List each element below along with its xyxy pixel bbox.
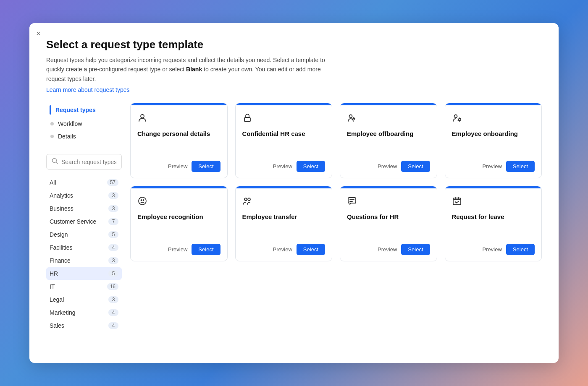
category-label: Analytics [50,192,73,199]
category-count: 4 [108,322,118,329]
category-item-legal[interactable]: Legal 3 [46,293,122,306]
card-body: Change personal details [131,105,227,157]
category-item-finance[interactable]: Finance 3 [46,254,122,267]
modal: × Select a request type template Request… [29,23,559,363]
card-body: Questions for HR [340,188,437,240]
preview-button[interactable]: Preview [378,163,397,170]
card-title: Employee recognition [137,213,220,235]
svg-point-4 [349,115,352,118]
category-count: 4 [108,244,118,251]
category-label: HR [50,270,58,277]
category-count: 5 [108,231,118,238]
card-title: Employee offboarding [347,130,430,151]
preview-button[interactable]: Preview [483,246,502,253]
cards-grid: Change personal details Preview Select C… [130,103,542,261]
card-body: Request for leave [445,188,542,240]
category-count: 7 [108,218,118,225]
preview-button[interactable]: Preview [273,163,292,170]
preview-button[interactable]: Preview [378,246,397,253]
category-label: Sales [50,322,64,329]
card-footer: Preview Select [340,240,437,261]
category-count: 3 [108,257,118,264]
nav-label: Details [58,133,76,140]
card-footer: Preview Select [131,240,227,261]
card-footer: Preview Select [340,157,437,178]
category-list: All 57 Analytics 3 Business 3 Customer S… [46,176,122,332]
person-arrow-out-icon [347,113,430,125]
card-body: Employee recognition [131,188,227,240]
card-employee-onboarding: Employee onboarding Preview Select [445,103,542,178]
category-item-design[interactable]: Design 5 [46,228,122,241]
svg-rect-15 [453,198,461,205]
card-body: Employee transfer [236,188,332,240]
svg-point-5 [454,115,457,118]
select-button[interactable]: Select [401,161,430,172]
svg-point-11 [248,198,250,201]
select-button[interactable]: Select [297,161,325,172]
svg-point-9 [143,200,144,201]
card-employee-recognition: Employee recognition Preview Select [130,186,228,261]
category-label: All [50,179,56,186]
calendar-check-icon [452,196,535,209]
card-title: Employee onboarding [452,130,535,151]
preview-button[interactable]: Preview [168,163,187,170]
select-button[interactable]: Select [506,161,535,172]
select-button[interactable]: Select [297,244,325,255]
category-item-facilities[interactable]: Facilities 4 [46,241,122,254]
nav-item-workflow[interactable]: Workflow [46,118,122,130]
category-label: Design [50,231,68,238]
svg-line-1 [56,162,58,164]
category-label: Marketing [50,309,75,316]
svg-rect-12 [348,198,356,203]
category-item-sales[interactable]: Sales 4 [46,319,122,332]
category-item-it[interactable]: IT 16 [46,280,122,293]
category-item-business[interactable]: Business 3 [46,202,122,215]
card-body: Employee onboarding [445,105,542,157]
preview-button[interactable]: Preview [273,246,292,253]
card-body: Confidential HR case [236,105,332,157]
category-count: 3 [108,296,118,303]
modal-title: Select a request type template [46,38,542,51]
category-count: 3 [108,205,118,212]
main-content: Change personal details Preview Select C… [130,103,542,332]
description-bold: Blank [186,66,202,73]
people-transfer-icon [242,196,326,209]
search-box[interactable] [46,154,122,170]
card-footer: Preview Select [236,240,332,261]
category-item-analytics[interactable]: Analytics 3 [46,189,122,202]
card-footer: Preview Select [131,157,227,178]
search-input[interactable] [61,159,116,165]
select-button[interactable]: Select [192,244,220,255]
preview-button[interactable]: Preview [483,163,502,170]
nav-item-details[interactable]: Details [46,130,122,142]
category-label: Business [50,205,74,212]
card-employee-transfer: Employee transfer Preview Select [235,186,333,261]
card-title: Confidential HR case [242,130,326,151]
learn-more-link[interactable]: Learn more about request types [46,86,129,93]
modal-body: Request typesWorkflowDetails All 57 Anal… [46,103,542,332]
category-label: Customer Service [50,218,96,225]
preview-button[interactable]: Preview [168,246,187,253]
smiley-icon [137,196,220,209]
svg-rect-3 [244,117,250,122]
category-item-marketing[interactable]: Marketing 4 [46,306,122,319]
select-button[interactable]: Select [192,161,220,172]
category-label: Finance [50,257,71,264]
nav-label: Request types [55,107,96,113]
card-footer: Preview Select [445,157,542,178]
card-title: Questions for HR [347,213,430,235]
select-button[interactable]: Select [401,244,430,255]
select-button[interactable]: Select [506,244,535,255]
category-item-all[interactable]: All 57 [46,176,122,189]
card-request-for-leave: Request for leave Preview Select [445,186,542,261]
category-item-hr[interactable]: HR 5 [46,267,122,280]
close-button[interactable]: × [36,30,41,37]
card-title: Employee transfer [242,213,326,235]
card-questions-for-hr: Questions for HR Preview Select [340,186,437,261]
card-body: Employee offboarding [340,105,437,157]
category-label: IT [50,283,55,290]
nav-dot [50,122,54,125]
category-item-customer-service[interactable]: Customer Service 7 [46,215,122,228]
nav-item-request-types[interactable]: Request types [46,103,122,117]
svg-point-2 [141,115,144,118]
